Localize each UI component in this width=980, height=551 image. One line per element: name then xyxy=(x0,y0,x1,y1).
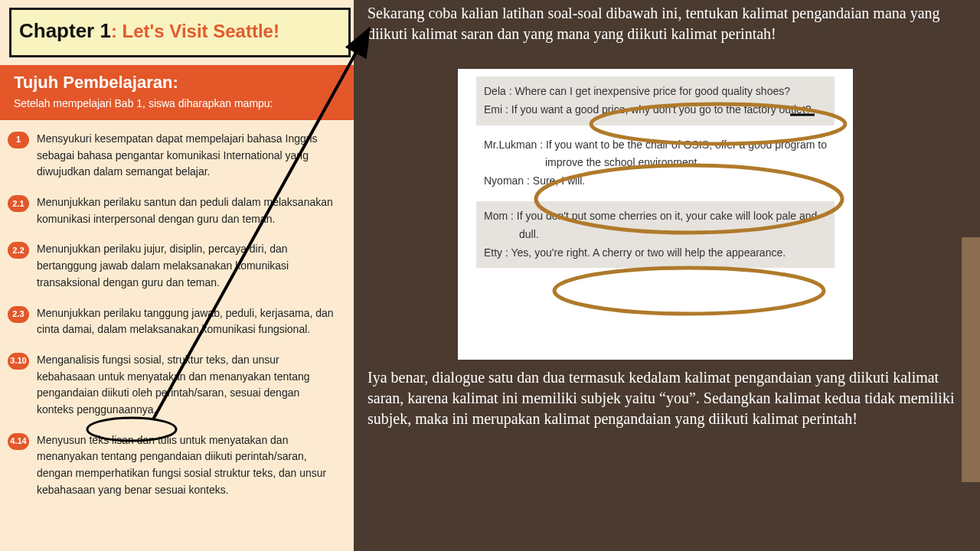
accent-bar xyxy=(962,237,980,482)
dialogue-line: Mr.Lukman : If you want to be the chair … xyxy=(484,136,827,173)
item-number: 2.2 xyxy=(8,242,29,259)
chapter-title-box: Chapter 1: Let's Visit Seattle! xyxy=(9,8,351,57)
objectives-subheading: Setelah mempelajari Bab 1, siswa diharap… xyxy=(14,97,340,109)
dialogue-block-2: Mr.Lukman : If you want to be the chair … xyxy=(476,133,835,194)
textbook-page: Chapter 1: Let's Visit Seattle! Tujuh Pe… xyxy=(0,0,354,551)
item-text: Menunjukkan perilaku jujur, disiplin, pe… xyxy=(37,241,338,291)
item-number: 4.14 xyxy=(8,433,29,450)
list-item: 2.2 Menunjukkan perilaku jujur, disiplin… xyxy=(8,241,338,291)
dialogue-line: Emi : If you want a good price, why don'… xyxy=(484,101,827,119)
item-text: Menunjukkan perilaku tanggung jawab, ped… xyxy=(37,305,338,338)
list-item: 1 Mensyukuri kesempatan dapat mempelajar… xyxy=(8,131,338,181)
dialogue-block-1: Dela : Where can I get inexpensive price… xyxy=(476,77,835,126)
list-item: 2.3 Menunjukkan perilaku tanggung jawab,… xyxy=(8,305,338,338)
dialogue-block-3: Mom : If you don't put some cherries on … xyxy=(476,201,835,268)
item-text: Menganalisis fungsi sosial, struktur tek… xyxy=(37,352,338,419)
list-item: 4.14 Menyusun teks lisan dan tulis untuk… xyxy=(8,432,338,499)
item-number: 2.3 xyxy=(8,306,29,323)
item-text: Menyusun teks lisan dan tulis untuk meny… xyxy=(37,432,338,499)
conclusion-paragraph: Iya benar, dialogue satu dan dua termasu… xyxy=(368,367,977,429)
objectives-header: Tujuh Pembelajaran: Setelah mempelajari … xyxy=(0,65,354,120)
chapter-label: Chapter 1 xyxy=(19,19,111,42)
dialogue-line: Mom : If you don't put some cherries on … xyxy=(484,207,827,244)
list-item: 2.1 Menunjukkan perilaku santun dan pedu… xyxy=(8,194,338,227)
objectives-heading: Tujuh Pembelajaran: xyxy=(14,73,340,93)
chapter-subtitle: : Let's Visit Seattle! xyxy=(111,21,279,41)
item-text: Menunjukkan perilaku santun dan peduli d… xyxy=(37,194,338,227)
intro-paragraph: Sekarang coba kalian latihan soal-soal d… xyxy=(368,3,972,44)
list-item: 3.10 Menganalisis fungsi sosial, struktu… xyxy=(8,352,338,419)
item-number: 1 xyxy=(8,132,29,148)
dialogue-panel: Dela : Where can I get inexpensive price… xyxy=(458,69,853,360)
dialogue-line: Dela : Where can I get inexpensive price… xyxy=(484,83,827,101)
dialogue-line: Etty : Yes, you're right. A cherry or tw… xyxy=(484,244,827,262)
item-number: 2.1 xyxy=(8,195,29,212)
dialogue-line: Nyoman : Sure, I will. xyxy=(484,172,827,191)
item-number: 3.10 xyxy=(8,353,29,370)
item-text: Mensyukuri kesempatan dapat mempelajari … xyxy=(37,131,338,181)
objectives-list: 1 Mensyukuri kesempatan dapat mempelajar… xyxy=(0,120,354,498)
